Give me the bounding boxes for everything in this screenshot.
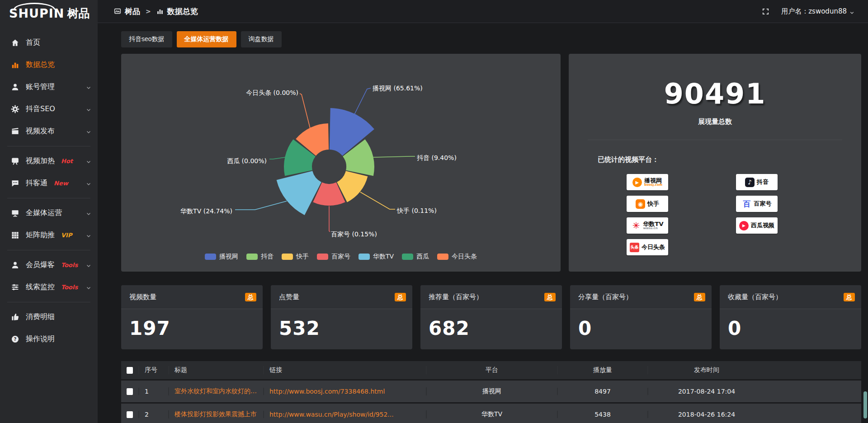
- sidebar-item-label: 线索监控: [26, 282, 55, 292]
- legend-item-抖音[interactable]: 抖音: [246, 253, 274, 261]
- chat-icon: [11, 179, 19, 188]
- rose-pie-chart[interactable]: 播视网 (65.61%)抖音 (9.40%)快手 (0.11%)百家号 (0.1…: [121, 54, 561, 252]
- sidebar-item-douyin-seo[interactable]: 抖音SEO: [0, 98, 98, 120]
- sidebar-item-video-publish[interactable]: 视频发布: [0, 120, 98, 142]
- bars-icon: [156, 8, 164, 15]
- pie-label-line: [300, 94, 310, 128]
- clapper-icon: [11, 127, 19, 136]
- chevron-down-icon: [86, 159, 91, 164]
- monitor-icon: [11, 209, 19, 217]
- cell-title-link[interactable]: 室外水纹灯和室内水纹灯的区别和简介: [168, 387, 263, 395]
- legend-item-华数TV[interactable]: 华数TV: [359, 253, 394, 261]
- chevron-down-icon: [86, 263, 91, 268]
- select-all-checkbox[interactable]: [127, 367, 133, 374]
- sidebar-item-home[interactable]: 首页: [0, 32, 98, 54]
- sidebar-item-douketong[interactable]: 抖客通New: [0, 172, 98, 194]
- stat-card-likes: 点赞量 总 532: [271, 285, 412, 349]
- sidebar-item-matrix-boost[interactable]: 矩阵助推VIP: [0, 224, 98, 246]
- row-checkbox[interactable]: [127, 388, 133, 395]
- total-badge[interactable]: 总: [544, 293, 556, 301]
- legend-label: 百家号: [331, 253, 350, 261]
- legend-item-西瓜[interactable]: 西瓜: [402, 253, 429, 261]
- legend-item-播视网[interactable]: 播视网: [205, 253, 238, 261]
- stat-card-shares: 分享量（百家号） 总 0: [570, 285, 712, 349]
- table-row: 2 楼体投影灯投影效果震撼上市 http://www.wasu.cn/Play/…: [121, 404, 861, 423]
- sidebar-item-data-overview[interactable]: 数据总览: [0, 54, 98, 76]
- sidebar-item-label: 视频发布: [26, 127, 55, 136]
- platforms-title: 已统计的视频平台：: [598, 155, 861, 164]
- sidebar-item-media-ops[interactable]: 全媒体运营: [0, 202, 98, 224]
- sidebar-divider: [7, 146, 90, 146]
- sidebar-item-clue-monitor[interactable]: 线索监控Tools: [0, 276, 98, 298]
- toutiao-icon: 头条: [630, 243, 639, 252]
- breadcrumb-item-current: 数据总览: [167, 6, 198, 17]
- legend-swatch: [359, 254, 370, 260]
- sidebar-item-label: 全媒体运营: [26, 208, 62, 218]
- total-badge[interactable]: 总: [245, 293, 256, 301]
- scrollbar-thumb[interactable]: [863, 391, 867, 418]
- stat-card-value: 0: [720, 309, 861, 339]
- sidebar-item-label: 矩阵助推: [26, 230, 55, 240]
- platform-badge-今日头条: 头条今日头条: [627, 239, 668, 255]
- platform-badge-抖音: ♪抖音: [736, 174, 778, 190]
- cell-published: 2018-04-26 16:24: [647, 411, 765, 418]
- pie-label-line: [373, 156, 415, 157]
- sidebar-item-badge: Tools: [61, 262, 78, 268]
- cell-title-link[interactable]: 楼体投影灯投影效果震撼上市: [168, 410, 263, 418]
- stat-card-value: 0: [570, 309, 712, 339]
- platforms-grid: ▶播视网boosj.com◉快手✳华数TVwasu.cn头条今日头条 ♪抖音百百…: [627, 174, 861, 255]
- pie-label-line: [329, 206, 330, 232]
- wallet-icon: [11, 313, 19, 321]
- total-impressions-label: 展现量总数: [569, 118, 861, 126]
- total-badge[interactable]: 总: [844, 293, 855, 301]
- chevron-down-icon: [86, 85, 91, 90]
- legend-item-快手[interactable]: 快手: [282, 253, 309, 261]
- cell-seq: 1: [138, 388, 168, 395]
- sliders-icon: [11, 283, 19, 291]
- xigua-icon: ▶: [739, 221, 749, 230]
- sidebar-item-account[interactable]: 账号管理: [0, 76, 98, 98]
- sidebar-item-video-heat[interactable]: 视频加热Hot: [0, 150, 98, 172]
- pie-label: 华数TV (24.74%): [180, 207, 232, 215]
- pie-slice-华数TV[interactable]: [277, 171, 321, 215]
- breadcrumb-separator: >: [146, 8, 151, 15]
- main-content: 抖音seo数据 全媒体运营数据 询盘数据 播视网 (65.61%)抖音 (9.4…: [98, 23, 868, 423]
- breadcrumb-item-home[interactable]: 树品: [125, 6, 140, 17]
- cell-url-link[interactable]: http://www.boosj.com/7338468.html: [263, 388, 426, 395]
- pie-label: 快手 (0.11%): [396, 207, 437, 214]
- row-checkbox[interactable]: [127, 411, 133, 418]
- pie-label: 抖音 (9.40%): [417, 154, 457, 161]
- member-icon: [11, 261, 19, 269]
- screen-icon: [114, 8, 121, 15]
- legend-item-百家号[interactable]: 百家号: [317, 253, 350, 261]
- tab-media-ops-data[interactable]: 全媒体运营数据: [177, 31, 236, 47]
- sidebar-menu: 首页数据总览账号管理抖音SEO视频发布视频加热Hot抖客通New全媒体运营矩阵助…: [0, 32, 98, 350]
- platform-sub: boosj.com: [644, 183, 662, 187]
- total-badge[interactable]: 总: [395, 293, 406, 301]
- svg-text:?: ?: [14, 336, 17, 342]
- tab-bar: 抖音seo数据 全媒体运营数据 询盘数据: [121, 31, 861, 47]
- legend-swatch: [205, 254, 216, 260]
- user-menu[interactable]: 用户名：zswodun88: [781, 7, 854, 16]
- tab-inquiry-data[interactable]: 询盘数据: [241, 31, 282, 47]
- sidebar-item-member-baoke[interactable]: 会员爆客Tools: [0, 254, 98, 276]
- stat-card-video-count: 视频数量 总 197: [121, 285, 263, 349]
- fullscreen-icon[interactable]: [762, 8, 769, 15]
- chevron-down-icon: [86, 211, 91, 216]
- grid-icon: [11, 231, 19, 240]
- pie-label-line: [354, 88, 371, 114]
- total-badge[interactable]: 总: [694, 293, 705, 301]
- legend-item-今日头条[interactable]: 今日头条: [437, 253, 477, 261]
- sidebar-item-consume-detail[interactable]: 消费明细: [0, 306, 98, 328]
- sidebar-divider: [7, 198, 90, 198]
- platform-badge-快手: ◉快手: [627, 196, 668, 212]
- pie-label-line: [235, 201, 287, 210]
- help-icon: ?: [11, 335, 19, 343]
- sidebar-item-label: 账号管理: [26, 82, 55, 92]
- col-header-plays: 播放量: [557, 366, 647, 374]
- sidebar-item-help[interactable]: ?操作说明: [0, 328, 98, 350]
- tab-douyin-seo-data[interactable]: 抖音seo数据: [121, 31, 172, 47]
- table-header-row: 序号 标题 链接 平台 播放量 发布时间: [121, 361, 861, 379]
- legend-label: 今日头条: [452, 253, 477, 261]
- cell-url-link[interactable]: http://www.wasu.cn/Play/show/id/952...: [263, 411, 426, 418]
